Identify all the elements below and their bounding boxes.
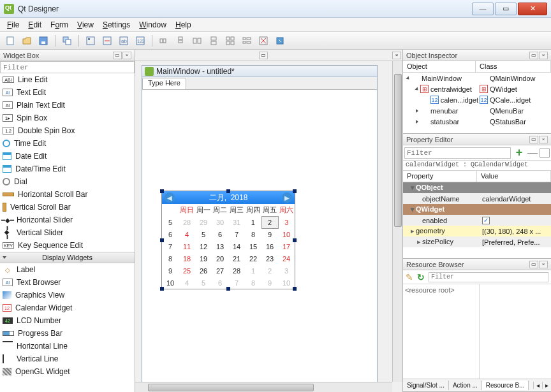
float-icon[interactable]: ▭: [113, 52, 122, 59]
calendar-cell[interactable]: 9: [261, 277, 278, 289]
close-icon[interactable]: ×: [122, 52, 131, 59]
tab-action[interactable]: Action ...: [449, 381, 482, 390]
menu-view[interactable]: View: [73, 19, 98, 31]
calendar-cell[interactable]: 27: [212, 265, 228, 277]
tab-scroll-right-icon[interactable]: ▸: [542, 382, 551, 389]
menu-placeholder[interactable]: Type Here: [142, 78, 186, 89]
tree-row[interactable]: statusbar QStatusBar: [403, 116, 551, 127]
calendar-cell[interactable]: 11: [179, 240, 195, 252]
close-icon[interactable]: ×: [392, 52, 401, 59]
category-header[interactable]: Display Widgets: [0, 252, 135, 263]
add-property-icon[interactable]: +: [513, 147, 525, 159]
remove-property-icon[interactable]: —: [527, 147, 538, 159]
widget-item[interactable]: 1.2Double Spin Box: [0, 124, 135, 137]
calendar-cell[interactable]: 4: [179, 277, 195, 289]
tool-layout-grid[interactable]: [223, 34, 238, 48]
calendar-cell[interactable]: 4: [179, 228, 195, 240]
col-property[interactable]: Property: [403, 171, 477, 182]
calendar-cell[interactable]: 25: [179, 265, 195, 277]
widget-item[interactable]: AIText Edit: [0, 86, 135, 99]
calendar-widget[interactable]: ◀ 二月, 2018 ▶ 周日周一周二周三周四周五周六5282930311236…: [161, 191, 295, 289]
tool-layout-hsplit[interactable]: [189, 34, 205, 48]
widget-item[interactable]: ━◆━Vertical Slider: [0, 226, 135, 239]
float-icon[interactable]: ▭: [259, 52, 268, 59]
calendar-grid[interactable]: 周日周一周二周三周四周五周六52829303112364567891071112…: [162, 204, 295, 289]
widget-item[interactable]: Vertical Scroll Bar: [0, 201, 135, 214]
widget-item[interactable]: Time Edit: [0, 137, 135, 150]
float-icon[interactable]: ▭: [529, 136, 538, 143]
calendar-cell[interactable]: 1: [245, 265, 261, 277]
scrollbar-horizontal[interactable]: [135, 382, 392, 392]
close-icon[interactable]: ×: [539, 136, 548, 143]
calendar-cell[interactable]: 9: [261, 228, 278, 240]
calendar-cell[interactable]: 26: [195, 265, 212, 277]
tool-editbuddies[interactable]: ab: [116, 34, 131, 48]
calendar-cell[interactable]: 22: [245, 252, 261, 265]
tool-layout-form[interactable]: [239, 34, 254, 48]
menu-edit[interactable]: Edit: [24, 19, 46, 31]
widget-item[interactable]: Date/Time Edit: [0, 163, 135, 175]
calendar-cell[interactable]: 3: [278, 265, 295, 277]
resource-filter[interactable]: [429, 272, 548, 282]
next-month-icon[interactable]: ▶: [282, 192, 292, 203]
form-body[interactable]: ◀ 二月, 2018 ▶ 周日周一周二周三周四周五周六5282930311236…: [142, 90, 377, 383]
object-tree[interactable]: Object Class MainWindow QMainWindow ⊞cen…: [403, 61, 551, 133]
menu-window[interactable]: Window: [135, 19, 171, 31]
calendar-cell[interactable]: 1: [245, 216, 261, 228]
float-icon[interactable]: ▭: [529, 52, 538, 59]
close-icon[interactable]: ×: [539, 52, 548, 59]
menu-settings[interactable]: Settings: [98, 19, 135, 31]
widget-item[interactable]: AIText Browser: [0, 276, 135, 289]
resource-tree[interactable]: <resource root>: [403, 284, 480, 379]
tool-editsignals[interactable]: [99, 34, 115, 48]
tool-open[interactable]: [19, 34, 34, 48]
widgetbox-filter[interactable]: [0, 61, 135, 73]
calendar-cell[interactable]: 7: [228, 228, 245, 240]
calendar-cell[interactable]: 21: [228, 252, 245, 265]
close-button[interactable]: ✕: [518, 3, 547, 15]
col-value[interactable]: Value: [477, 171, 551, 182]
calendar-cell[interactable]: 2: [261, 265, 278, 277]
property-section[interactable]: ▾QWidget: [403, 204, 551, 215]
tool-save[interactable]: [36, 34, 51, 48]
form-window[interactable]: MainWindow - untitled* Type Here ◀ 二月, 2…: [142, 65, 378, 384]
calendar-cell[interactable]: 23: [261, 252, 278, 265]
calendar-cell[interactable]: 15: [245, 240, 261, 252]
property-row[interactable]: objectNamecalendarWidget: [403, 193, 551, 204]
tool-sendback[interactable]: [59, 34, 75, 48]
calendar-cell[interactable]: 18: [179, 252, 195, 265]
widget-item[interactable]: Horizontal Line: [0, 340, 135, 352]
tool-layout-h[interactable]: [156, 34, 172, 48]
tab-resource[interactable]: Resource B...: [482, 381, 529, 390]
widget-item[interactable]: Progress Bar: [0, 327, 135, 340]
float-icon[interactable]: ▭: [529, 261, 538, 268]
tool-layout-vsplit[interactable]: [206, 34, 221, 48]
calendar-cell[interactable]: 19: [195, 252, 212, 265]
property-row[interactable]: enabled✓: [403, 215, 551, 226]
widget-item[interactable]: 1▸Spin Box: [0, 112, 135, 124]
calendar-year[interactable]: 2018: [231, 193, 248, 202]
calendar-cell[interactable]: 28: [228, 265, 245, 277]
calendar-cell[interactable]: 14: [228, 240, 245, 252]
property-section[interactable]: ▾QObject: [403, 182, 551, 193]
calendar-month[interactable]: 二月,: [209, 192, 226, 203]
tool-editwidgets[interactable]: [83, 34, 98, 48]
col-class[interactable]: Class: [476, 61, 551, 72]
calendar-cell[interactable]: 2: [261, 216, 278, 228]
widget-list[interactable]: ABILine EditAIText EditAIPlain Text Edit…: [0, 73, 135, 392]
calendar-cell[interactable]: 3: [278, 216, 295, 228]
calendar-cell[interactable]: 5: [195, 228, 212, 240]
widget-item[interactable]: Vertical Line: [0, 352, 135, 365]
calendar-cell[interactable]: 17: [278, 240, 295, 252]
calendar-cell[interactable]: 30: [212, 216, 228, 228]
calendar-cell[interactable]: 12: [195, 240, 212, 252]
widget-item[interactable]: 42LCD Number: [0, 314, 135, 327]
calendar-cell[interactable]: 29: [195, 216, 212, 228]
tree-row[interactable]: 12calen...idget 12QCale...idget: [403, 94, 551, 105]
calendar-cell[interactable]: 28: [179, 216, 195, 228]
tool-adjustsize[interactable]: [272, 34, 288, 48]
tree-row[interactable]: menubar QMenuBar: [403, 105, 551, 116]
widget-item[interactable]: ━◆━Horizontal Slider: [0, 214, 135, 226]
calendar-cell[interactable]: 7: [228, 277, 245, 289]
property-row[interactable]: ▸sizePolicy[Preferred, Prefe...: [403, 236, 551, 247]
